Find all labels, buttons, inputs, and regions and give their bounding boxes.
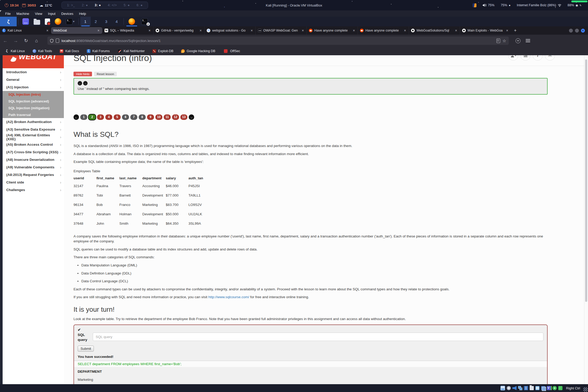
text-editor-button[interactable] — [42, 17, 52, 26]
next-page-button[interactable]: → — [189, 114, 194, 120]
kali-menu-button[interactable]: ζ — [0, 17, 17, 26]
tab-close-icon[interactable]: × — [352, 28, 356, 33]
host-workspace[interactable]: 5: ● — [124, 3, 130, 7]
menu-file[interactable]: File — [3, 12, 13, 16]
sidebar-item[interactable]: Path traversal — [3, 111, 64, 118]
previous-hint-button[interactable]: ← — [78, 81, 82, 85]
network-indicator[interactable]: Internet Familie Bolz (86%) — [517, 3, 561, 7]
browser-tab[interactable]: GitHub - vernjan/webg× — [153, 26, 204, 35]
tab-close-icon[interactable]: × — [148, 28, 151, 33]
about-button[interactable]: i — [533, 55, 543, 60]
maximize-button[interactable] — [575, 29, 579, 33]
url-text[interactable]: localhost:8080/WebGoat/start.mvc#lesson/… — [62, 39, 494, 43]
browser-tab[interactable]: Have anyone complete× — [307, 26, 358, 35]
menu-input[interactable]: Input — [45, 12, 58, 16]
bookmark-item[interactable]: Kali Linux — [5, 49, 25, 53]
browser-tab[interactable]: webgoat solutions - Go× — [204, 26, 255, 35]
contact-button[interactable]: ✉ — [545, 55, 555, 60]
page-pill-4[interactable]: 4 — [105, 114, 112, 120]
close-window-button[interactable]: × — [581, 29, 585, 33]
page-pill-1[interactable]: 1 — [80, 114, 87, 120]
webgoat-brand-header[interactable]: WEBGOAT — [3, 55, 64, 68]
app-launcher-button[interactable] — [20, 17, 31, 26]
page-pill-9[interactable]: 9 — [147, 114, 154, 120]
previous-page-button[interactable]: ← — [74, 114, 79, 120]
host-workspace[interactable]: 3: ● — [95, 3, 101, 7]
home-button[interactable]: ⌂ — [31, 38, 42, 44]
bookmark-star-icon[interactable]: ☆ — [503, 38, 506, 43]
display-status-icon[interactable] — [535, 386, 540, 390]
tab-close-icon[interactable]: × — [455, 28, 458, 33]
user-menu-button[interactable]: ▾ — [508, 55, 518, 60]
battery-indicator[interactable]: 88%◉ϟ — [568, 3, 581, 7]
sidebar-item[interactable]: (A8:2013) Request Forgeries› — [3, 171, 64, 179]
host-workspace[interactable]: 4: </> — [108, 3, 117, 7]
back-button[interactable]: ← — [0, 38, 10, 44]
page-pill-5[interactable]: 5 — [114, 114, 121, 120]
scrollbar-thumb[interactable] — [585, 59, 587, 302]
sidebar-item[interactable]: (A3) Sensitive Data Exposure› — [3, 126, 64, 133]
page-pill-12[interactable]: 12 — [172, 114, 179, 120]
bookmark-item[interactable]: Google Hacking DB — [181, 49, 215, 53]
sidebar-item[interactable]: SQL Injection (mitigation) — [3, 105, 64, 111]
terminal-window-button[interactable]: $_2 — [138, 17, 151, 26]
menu-machine[interactable]: Machine — [14, 12, 32, 16]
volume-indicator[interactable]: 75% — [483, 3, 494, 7]
sidebar-item[interactable]: General› — [3, 76, 64, 83]
audio-status-icon[interactable] — [512, 386, 517, 390]
reload-button[interactable]: ↻ — [21, 38, 31, 44]
browser-tab[interactable]: WebGoatSolutions/Sql× — [409, 26, 460, 35]
browser-tab[interactable]: Main Exploits - WebGoa× — [460, 26, 511, 35]
sidebar-item[interactable]: (A5) Broken Access Control› — [3, 141, 64, 148]
minimize-button[interactable] — [569, 29, 573, 33]
usb-status-icon[interactable] — [524, 386, 528, 390]
menu-view[interactable]: View — [32, 12, 45, 16]
page-pill-13[interactable]: 13 — [180, 114, 187, 120]
forward-button[interactable]: → — [10, 38, 21, 44]
sync-status-icon[interactable] — [553, 386, 557, 390]
virtualbox-tray-icon[interactable] — [473, 3, 476, 7]
kali-workspace-3[interactable]: 3 — [101, 17, 112, 26]
sidebar-item[interactable]: SQL Injection (advanced) — [3, 98, 64, 105]
next-hint-button[interactable]: → — [83, 81, 88, 85]
page-pill-2[interactable]: 2 — [88, 114, 96, 120]
sqlcourse-link[interactable]: http://www.sqlcourse.com/ — [208, 295, 249, 299]
sidebar-item[interactable]: Challenges› — [3, 186, 64, 194]
tab-close-icon[interactable]: × — [199, 28, 202, 33]
sidebar-item[interactable]: (A1) Injection› — [3, 83, 64, 91]
tab-close-icon[interactable]: × — [403, 28, 407, 33]
bookmark-item[interactable]: Kali Forums — [87, 49, 110, 53]
reader-mode-icon[interactable] — [497, 39, 500, 43]
menu-help[interactable]: Help — [76, 12, 89, 16]
bookmark-item[interactable]: Kali Tools — [33, 49, 52, 53]
sidebar-item[interactable]: (A7) Cross-Site Scripting (XSS)› — [3, 148, 64, 156]
page-pill-7[interactable]: 7 — [130, 114, 137, 120]
menu-hamburger-icon[interactable] — [526, 40, 530, 41]
page-pill-10[interactable]: 10 — [155, 114, 162, 120]
vbox-status-icon[interactable] — [547, 386, 551, 390]
firefox-window-button[interactable] — [125, 17, 138, 26]
url-bar[interactable]: localhost:8080/WebGoat/start.mvc#lesson/… — [47, 36, 509, 45]
host-workspace[interactable]: 6: ● — [137, 3, 143, 7]
tab-close-icon[interactable]: × — [46, 28, 49, 33]
sidebar-item[interactable]: (A2) Broken Authentication› — [3, 118, 64, 126]
shield-icon[interactable] — [50, 39, 53, 43]
pocket-icon[interactable] — [516, 38, 520, 43]
sidebar-item[interactable]: Client side› — [3, 179, 64, 186]
host-workspace[interactable]: 2: ● — [82, 3, 88, 7]
tab-close-icon[interactable]: × — [301, 28, 304, 33]
sidebar-item[interactable]: Introduction› — [3, 68, 64, 76]
sidebar-item[interactable]: (A4) XML External Entities (XXE)› — [3, 133, 64, 141]
tab-close-icon[interactable]: × — [97, 28, 100, 33]
bookmark-item[interactable]: Kali NetHunter — [118, 49, 145, 53]
page-info-icon[interactable] — [56, 39, 59, 43]
tab-close-icon[interactable]: × — [250, 28, 253, 33]
page-pill-8[interactable]: 8 — [139, 114, 146, 120]
resize-grip[interactable] — [583, 387, 587, 391]
page-pill-6[interactable]: 6 — [122, 114, 129, 120]
folder-status-icon[interactable] — [530, 386, 534, 390]
host-workspace[interactable]: 1: >_ — [67, 3, 75, 7]
brightness-indicator[interactable]: 75%● — [501, 3, 511, 7]
page-scrollbar[interactable] — [584, 55, 588, 384]
page-pill-3[interactable]: 3 — [97, 114, 104, 120]
